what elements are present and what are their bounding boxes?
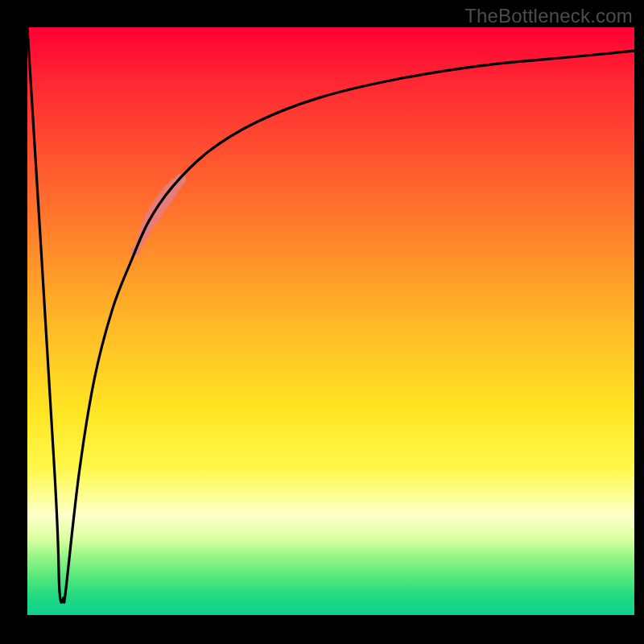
bottleneck-curve-path — [27, 27, 634, 602]
chart-svg — [27, 27, 634, 615]
chart-frame: TheBottleneck.com — [0, 0, 644, 644]
plot-area — [27, 27, 634, 615]
watermark-text: TheBottleneck.com — [464, 5, 633, 27]
